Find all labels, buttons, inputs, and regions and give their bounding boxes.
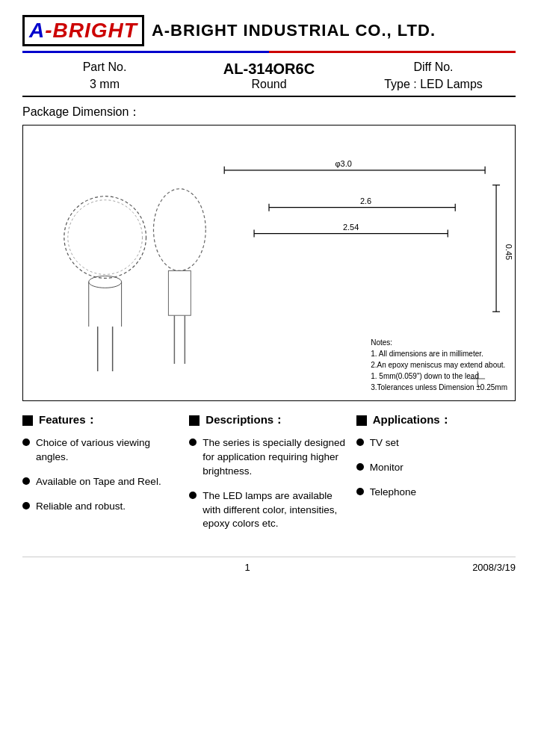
- part-divider: [22, 96, 516, 97]
- package-title: Package Dimension：: [22, 105, 516, 120]
- type-label: Type : LED Lamps: [351, 78, 516, 91]
- applications-header: Applications：: [356, 413, 516, 427]
- notes-header: Notes:: [371, 337, 507, 348]
- feature-text-2: Available on Tape and Reel.: [36, 475, 161, 489]
- part-info-row1: Part No. AL-314OR6C Diff No.: [22, 61, 516, 78]
- svg-text:2.6: 2.6: [360, 196, 371, 205]
- descriptions-label: Descriptions：: [205, 413, 285, 427]
- part-no-value: AL-314OR6C: [187, 61, 351, 78]
- company-name: A-BRIGHT INDUSTRIAL CO., LTD.: [152, 21, 436, 40]
- page-footer: 1 2008/3/19: [22, 557, 516, 573]
- company-header: A-BRIGHT A-BRIGHT INDUSTRIAL CO., LTD.: [22, 15, 516, 46]
- app-bullet-2: [356, 463, 364, 471]
- applications-icon: [356, 415, 367, 426]
- part-size: 3 mm: [22, 78, 187, 91]
- desc-bullet-1: [189, 439, 197, 446]
- bottom-section: Features： Choice of various viewing angl…: [22, 413, 516, 542]
- features-column: Features： Choice of various viewing angl…: [22, 413, 182, 542]
- descriptions-icon: [189, 415, 200, 426]
- svg-text:0.45: 0.45: [504, 244, 513, 260]
- footer-date: 2008/3/19: [472, 562, 516, 573]
- desc-bullet-2: [189, 492, 197, 499]
- svg-point-7: [153, 189, 205, 271]
- technical-notes: Notes: 1. All dimensions are in millimet…: [371, 337, 507, 393]
- description-item-1: The series is specially designed for app…: [189, 436, 348, 479]
- feature-text-1: Choice of various viewing angles.: [36, 436, 182, 465]
- svg-text:2.54: 2.54: [343, 223, 359, 232]
- features-icon: [22, 415, 33, 426]
- bullet-1: [22, 439, 30, 446]
- bullet-2: [22, 477, 30, 485]
- logo-bright: BRIGHT: [53, 19, 137, 42]
- note2: 2.An epoxy meniscus may extend about.: [371, 359, 507, 371]
- note1: 1. All dimensions are in millimeter.: [371, 348, 507, 359]
- diff-no-label: Diff No.: [351, 61, 516, 78]
- note4: 3.Tolerances unless Dimension ±0.25mm: [371, 382, 507, 393]
- package-dimension-box: φ3.0 2.6 2.54 0.45 1.0±0.3 Notes: 1. All…: [22, 125, 516, 401]
- app-bullet-1: [356, 439, 364, 446]
- svg-rect-8: [168, 270, 191, 315]
- application-text-3: Telephone: [370, 486, 416, 500]
- application-item-3: Telephone: [356, 486, 516, 500]
- part-info-row2: 3 mm Round Type : LED Lamps: [22, 78, 516, 91]
- svg-point-0: [64, 196, 146, 279]
- feature-item-3: Reliable and robust.: [22, 500, 182, 514]
- description-item-2: The LED lamps are available with differe…: [189, 489, 348, 532]
- svg-point-1: [68, 200, 143, 275]
- part-shape: Round: [187, 78, 351, 91]
- features-label: Features：: [39, 413, 97, 427]
- feature-text-3: Reliable and robust.: [36, 500, 126, 514]
- features-header: Features：: [22, 413, 182, 427]
- bullet-3: [22, 502, 30, 509]
- description-text-2: The LED lamps are available with differe…: [202, 489, 348, 532]
- app-bullet-3: [356, 488, 364, 495]
- application-text-2: Monitor: [370, 461, 404, 475]
- applications-column: Applications： TV set Monitor Telephone: [356, 413, 516, 542]
- part-no-label: Part No.: [22, 61, 187, 78]
- logo-a: A: [29, 19, 45, 42]
- application-item-2: Monitor: [356, 461, 516, 475]
- note3: 1. 5mm(0.059") down to the lead: [371, 371, 507, 382]
- feature-item-2: Available on Tape and Reel.: [22, 475, 182, 489]
- logo-hyphen: -: [45, 19, 52, 42]
- descriptions-column: Descriptions： The series is specially de…: [189, 413, 348, 542]
- application-text-1: TV set: [370, 436, 399, 450]
- description-text-1: The series is specially designed for app…: [202, 436, 348, 479]
- applications-label: Applications：: [373, 413, 451, 427]
- descriptions-header: Descriptions：: [189, 413, 348, 427]
- company-logo: A-BRIGHT: [22, 15, 144, 46]
- svg-text:φ3.0: φ3.0: [336, 159, 352, 168]
- header-divider: [22, 51, 516, 53]
- application-item-1: TV set: [356, 436, 516, 450]
- feature-item-1: Choice of various viewing angles.: [22, 436, 182, 465]
- page-number: 1: [244, 562, 250, 573]
